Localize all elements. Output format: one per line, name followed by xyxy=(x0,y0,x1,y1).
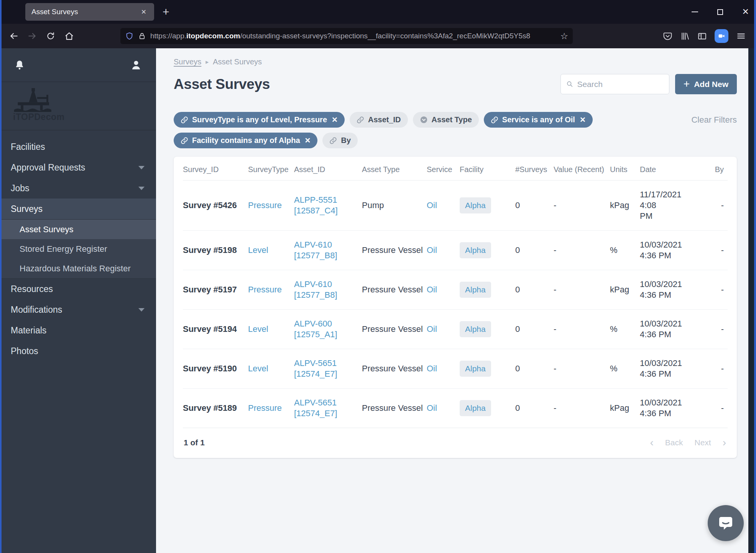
page-count-label: 1 of 1 xyxy=(184,438,205,447)
date-line2: 4:36 PM xyxy=(640,250,698,261)
toolbar-right-icons xyxy=(663,29,750,43)
pocket-icon[interactable] xyxy=(663,31,672,41)
asset-id-link[interactable]: ALPV-5651[12574_E7] xyxy=(294,358,358,379)
clear-filters-button[interactable]: Clear Filters xyxy=(691,115,737,125)
library-icon[interactable] xyxy=(680,31,690,41)
survey-type-link[interactable]: Pressure xyxy=(248,403,282,413)
back-arrow-icon xyxy=(9,31,19,41)
window-maximize-button[interactable] xyxy=(717,9,723,15)
sidebar-item-photos[interactable]: Photos xyxy=(0,341,156,361)
menu-hamburger-icon[interactable] xyxy=(736,31,746,41)
cell-value-recent: - xyxy=(554,310,610,349)
filter-chip-label: SurveyType is any of Level, Pressure xyxy=(192,115,327,124)
back-button[interactable] xyxy=(6,28,21,44)
chat-widget-button[interactable] xyxy=(708,505,744,541)
sidebar-item-label: Hazardous Materials Register xyxy=(20,264,131,274)
sidebar-item-hazardous-materials-register[interactable]: Hazardous Materials Register xyxy=(0,259,156,278)
cell-facility: Alpha xyxy=(460,349,515,389)
window-close-button[interactable]: ✕ xyxy=(742,8,749,16)
bookmark-star-icon[interactable]: ☆ xyxy=(560,31,568,41)
filter-chip-surveytype[interactable]: SurveyType is any of Level, Pressure ✕ xyxy=(174,112,345,128)
tab-close-icon[interactable]: ✕ xyxy=(140,7,148,17)
col-by: By xyxy=(702,157,728,181)
scrollbar-track[interactable] xyxy=(748,48,754,553)
service-link[interactable]: Oil xyxy=(427,200,437,210)
breadcrumb-current: Asset Surveys xyxy=(213,57,262,66)
back-page-button[interactable]: Back xyxy=(665,438,683,447)
zoom-extension-icon[interactable] xyxy=(715,29,728,43)
table-footer: 1 of 1 ‹ Back Next › xyxy=(183,428,728,458)
filter-chip-by[interactable]: By xyxy=(322,133,358,148)
asset-id-link[interactable]: ALPV-600[12575_A1] xyxy=(294,318,358,340)
cell-asset-type: Pump xyxy=(362,181,427,231)
sidebar-item-surveys[interactable]: Surveys xyxy=(0,199,156,219)
remove-filter-icon[interactable]: ✕ xyxy=(580,115,586,124)
user-icon[interactable] xyxy=(130,59,142,71)
browser-tab-bar: Asset Surveys ✕ + ✕ xyxy=(0,0,756,24)
service-link[interactable]: Oil xyxy=(427,403,437,413)
asset-id-link[interactable]: ALPV-610[12577_B8] xyxy=(294,279,358,300)
filter-chip-facility[interactable]: Facility contains any of Alpha ✕ xyxy=(174,133,317,148)
col-service: Service xyxy=(427,157,460,181)
next-page-button[interactable]: Next xyxy=(694,438,711,447)
survey-type-link[interactable]: Level xyxy=(248,245,268,255)
asset-id-line2: [12574_E7] xyxy=(294,369,358,379)
chevron-left-icon[interactable]: ‹ xyxy=(650,437,653,448)
sidebar-item-approval-requests[interactable]: Approval Requests xyxy=(0,157,156,178)
table-row: Survey #5190 Level ALPV-5651[12574_E7] P… xyxy=(183,349,728,389)
service-link[interactable]: Oil xyxy=(427,285,437,294)
service-link[interactable]: Oil xyxy=(427,324,437,334)
table-row: Survey #5426 Pressure ALPP-5551[12587_C4… xyxy=(183,181,728,231)
col-asset-id: Asset_ID xyxy=(294,157,362,181)
service-link[interactable]: Oil xyxy=(427,245,437,255)
asset-id-line2: [12575_A1] xyxy=(294,329,358,340)
survey-type-link[interactable]: Level xyxy=(248,364,268,373)
col-units: Units xyxy=(610,157,640,181)
sidebar-item-materials[interactable]: Materials xyxy=(0,320,156,341)
filter-chip-asset-type[interactable]: Asset Type xyxy=(413,112,479,128)
new-tab-button[interactable]: + xyxy=(163,6,169,18)
browser-tab[interactable]: Asset Surveys ✕ xyxy=(25,3,154,21)
filter-chip-asset-id[interactable]: Asset_ID xyxy=(350,112,408,128)
remove-filter-icon[interactable]: ✕ xyxy=(332,115,338,124)
sidebar-item-jobs[interactable]: Jobs xyxy=(0,178,156,199)
search-box[interactable] xyxy=(560,74,669,94)
sidebar-item-modifications[interactable]: Modifications xyxy=(0,299,156,320)
cell-units: kPag xyxy=(610,270,640,310)
shield-icon[interactable] xyxy=(125,32,134,41)
sidebar-item-resources[interactable]: Resources xyxy=(0,279,156,299)
table-row: Survey #5197 Pressure ALPV-610[12577_B8]… xyxy=(183,270,728,310)
window-minimize-button[interactable] xyxy=(692,11,698,12)
forward-button[interactable] xyxy=(25,28,40,44)
date-line1: 10/03/2021 xyxy=(640,240,698,250)
remove-filter-icon[interactable]: ✕ xyxy=(305,136,311,145)
sidebar-item-facilities[interactable]: Facilities xyxy=(0,136,156,157)
survey-type-link[interactable]: Pressure xyxy=(248,200,282,210)
asset-id-link[interactable]: ALPV-610[12577_B8] xyxy=(294,240,358,261)
cell-value-recent: - xyxy=(554,349,610,389)
sidebar-toggle-icon[interactable] xyxy=(697,31,707,41)
chevron-right-icon[interactable]: › xyxy=(723,437,726,448)
cell-survey-id: Survey #5190 xyxy=(183,349,248,389)
cell-value-recent: - xyxy=(554,181,610,231)
survey-type-link[interactable]: Pressure xyxy=(248,285,282,294)
asset-id-link[interactable]: ALPV-5651[12574_E7] xyxy=(294,397,358,419)
filter-chip-service[interactable]: Service is any of Oil ✕ xyxy=(484,112,593,128)
url-bar[interactable]: https://app.itopdecom.com/outstanding-as… xyxy=(120,28,573,44)
tab-title: Asset Surveys xyxy=(31,8,140,16)
add-new-button[interactable]: + Add New xyxy=(675,74,737,94)
bell-icon[interactable] xyxy=(14,59,25,71)
reload-button[interactable] xyxy=(43,28,58,44)
sidebar-item-stored-energy-register[interactable]: Stored Energy Register xyxy=(0,239,156,259)
home-button[interactable] xyxy=(61,28,77,44)
survey-type-link[interactable]: Level xyxy=(248,324,268,334)
oil-rig-logo-icon xyxy=(13,87,58,113)
sidebar-item-asset-surveys[interactable]: Asset Surveys xyxy=(0,220,156,239)
asset-id-link[interactable]: ALPP-5551[12587_C4] xyxy=(294,195,358,216)
cell-num-surveys: 0 xyxy=(515,231,554,270)
service-link[interactable]: Oil xyxy=(427,364,437,373)
cell-num-surveys: 0 xyxy=(515,270,554,310)
search-input[interactable] xyxy=(577,80,663,89)
breadcrumb-surveys-link[interactable]: Surveys xyxy=(174,57,201,66)
filter-chip-label: By xyxy=(341,136,351,145)
